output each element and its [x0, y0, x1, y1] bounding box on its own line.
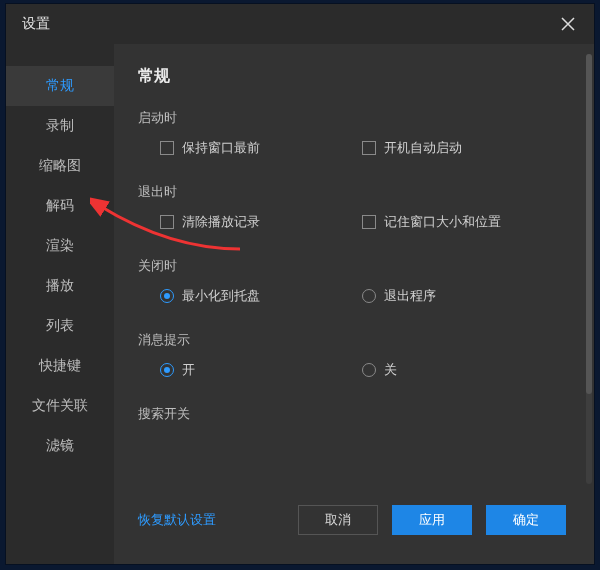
sidebar-item-label: 滤镜	[46, 437, 74, 455]
main-panel: 常规 启动时 保持窗口最前	[114, 44, 594, 564]
sidebar-item-render[interactable]: 渲染	[6, 226, 114, 266]
sidebar-item-general[interactable]: 常规	[6, 66, 114, 106]
apply-button[interactable]: 应用	[392, 505, 472, 535]
radio-label: 关	[384, 361, 397, 379]
sidebar-item-fileassoc[interactable]: 文件关联	[6, 386, 114, 426]
group-title: 搜索开关	[138, 405, 564, 423]
checkbox-icon	[362, 215, 376, 229]
group-exit: 退出时 清除播放记录 记住窗口大小和位置	[138, 183, 564, 231]
group-close: 关闭时 最小化到托盘 退出程序	[138, 257, 564, 305]
radio-msg-on[interactable]: 开	[160, 361, 195, 379]
group-title: 消息提示	[138, 331, 564, 349]
dialog-title: 设置	[22, 15, 50, 33]
sidebar: 常规 录制 缩略图 解码 渲染 播放 列表 快捷键 文件关联 滤镜	[6, 44, 114, 564]
sidebar-item-label: 快捷键	[39, 357, 81, 375]
radio-label: 开	[182, 361, 195, 379]
close-button[interactable]	[554, 10, 582, 38]
sidebar-item-hotkey[interactable]: 快捷键	[6, 346, 114, 386]
settings-dialog: 设置 常规 录制 缩略图 解码 渲染 播放 列表 快捷键 文件关联 滤镜 常规	[6, 4, 594, 564]
group-messages: 消息提示 开 关	[138, 331, 564, 379]
radio-exit-program[interactable]: 退出程序	[362, 287, 436, 305]
close-icon	[561, 17, 575, 31]
cancel-button[interactable]: 取消	[298, 505, 378, 535]
group-search: 搜索开关	[138, 405, 564, 423]
sidebar-item-thumbnail[interactable]: 缩略图	[6, 146, 114, 186]
sidebar-item-label: 解码	[46, 197, 74, 215]
radio-icon	[160, 289, 174, 303]
radio-label: 退出程序	[384, 287, 436, 305]
sidebar-item-label: 缩略图	[39, 157, 81, 175]
radio-icon	[160, 363, 174, 377]
group-startup: 启动时 保持窗口最前 开机自动启动	[138, 109, 564, 157]
checkbox-keep-on-top[interactable]: 保持窗口最前	[160, 139, 260, 157]
dialog-body: 常规 录制 缩略图 解码 渲染 播放 列表 快捷键 文件关联 滤镜 常规 启动时	[6, 44, 594, 564]
footer: 恢复默认设置 取消 应用 确定	[138, 492, 568, 552]
page-title: 常规	[138, 66, 568, 87]
sidebar-item-label: 常规	[46, 77, 74, 95]
radio-minimize-tray[interactable]: 最小化到托盘	[160, 287, 260, 305]
sidebar-item-label: 录制	[46, 117, 74, 135]
checkbox-icon	[362, 141, 376, 155]
sidebar-item-filter[interactable]: 滤镜	[6, 426, 114, 466]
checkbox-label: 保持窗口最前	[182, 139, 260, 157]
checkbox-icon	[160, 215, 174, 229]
checkbox-clear-history[interactable]: 清除播放记录	[160, 213, 260, 231]
sidebar-item-decode[interactable]: 解码	[6, 186, 114, 226]
radio-icon	[362, 289, 376, 303]
group-title: 关闭时	[138, 257, 564, 275]
scrollbar-thumb[interactable]	[586, 54, 592, 394]
sidebar-item-play[interactable]: 播放	[6, 266, 114, 306]
radio-label: 最小化到托盘	[182, 287, 260, 305]
footer-buttons: 取消 应用 确定	[298, 505, 566, 535]
ok-button[interactable]: 确定	[486, 505, 566, 535]
checkbox-auto-start[interactable]: 开机自动启动	[362, 139, 462, 157]
sidebar-item-label: 列表	[46, 317, 74, 335]
sidebar-item-label: 播放	[46, 277, 74, 295]
settings-content: 启动时 保持窗口最前 开机自动启动	[138, 109, 568, 492]
sidebar-item-label: 渲染	[46, 237, 74, 255]
checkbox-label: 记住窗口大小和位置	[384, 213, 501, 231]
checkbox-label: 开机自动启动	[384, 139, 462, 157]
checkbox-label: 清除播放记录	[182, 213, 260, 231]
reset-defaults-link[interactable]: 恢复默认设置	[138, 511, 216, 529]
titlebar: 设置	[6, 4, 594, 44]
group-title: 启动时	[138, 109, 564, 127]
sidebar-item-list[interactable]: 列表	[6, 306, 114, 346]
radio-msg-off[interactable]: 关	[362, 361, 397, 379]
sidebar-item-record[interactable]: 录制	[6, 106, 114, 146]
radio-icon	[362, 363, 376, 377]
sidebar-item-label: 文件关联	[32, 397, 88, 415]
checkbox-icon	[160, 141, 174, 155]
checkbox-remember-window[interactable]: 记住窗口大小和位置	[362, 213, 501, 231]
group-title: 退出时	[138, 183, 564, 201]
